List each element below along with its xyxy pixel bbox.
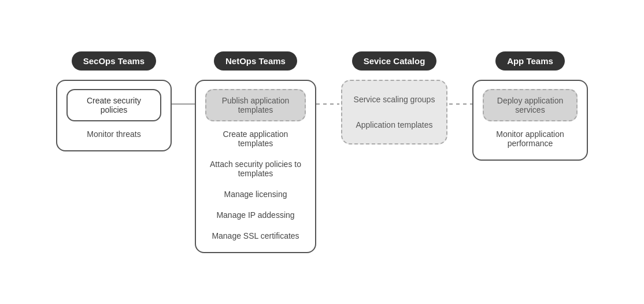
service-catalog-item-scaling: Service scaling groups xyxy=(351,89,438,110)
app-teams-header-wrapper: App Teams xyxy=(495,51,565,76)
netops-item-manage-ip: Manage IP addessing xyxy=(205,207,306,223)
secops-item-create-security: Create security policies xyxy=(66,89,161,121)
connector-line-3 xyxy=(449,103,472,105)
netops-box: Publish application templates Create app… xyxy=(195,80,316,253)
app-teams-item-deploy: Deploy application services xyxy=(483,89,578,121)
app-teams-box: Deploy application services Monitor appl… xyxy=(472,80,588,161)
column-service-catalog: Sevice Catalog Service scaling groups Ap… xyxy=(339,51,449,144)
netops-item-attach-security: Attach security policies to templates xyxy=(205,156,306,181)
column-netops: NetOps Teams Publish application templat… xyxy=(195,51,316,253)
netops-item-create-templates: Create application templates xyxy=(205,126,306,151)
app-teams-header-badge: App Teams xyxy=(495,51,565,71)
service-catalog-header-badge: Sevice Catalog xyxy=(352,51,437,71)
netops-item-manage-ssl: Manage SSL certificates xyxy=(205,228,306,244)
connector-1 xyxy=(172,51,195,105)
netops-item-publish: Publish application templates xyxy=(205,89,306,121)
netops-item-manage-licensing: Manage licensing xyxy=(205,186,306,202)
netops-header-badge: NetOps Teams xyxy=(214,51,297,71)
connector-3 xyxy=(449,51,472,105)
secops-box: Create security policies Monitor threats xyxy=(56,80,172,151)
secops-item-monitor-threats: Monitor threats xyxy=(66,126,161,142)
secops-header-badge: SecOps Teams xyxy=(72,51,156,71)
app-teams-item-monitor: Monitor application performance xyxy=(483,126,578,151)
column-secops: SecOps Teams Create security policies Mo… xyxy=(56,51,172,151)
connector-2 xyxy=(316,51,339,105)
secops-header-wrapper: SecOps Teams xyxy=(72,51,156,76)
netops-header-wrapper: NetOps Teams xyxy=(214,51,297,76)
service-catalog-item-app-templates: Application templates xyxy=(351,114,438,135)
service-catalog-header-wrapper: Sevice Catalog xyxy=(352,51,437,76)
diagram: SecOps Teams Create security policies Mo… xyxy=(0,34,644,270)
connector-line-2 xyxy=(316,103,339,105)
service-catalog-box: Service scaling groups Application templ… xyxy=(341,80,448,144)
connector-line-1 xyxy=(172,103,195,105)
column-app-teams: App Teams Deploy application services Mo… xyxy=(472,51,588,161)
